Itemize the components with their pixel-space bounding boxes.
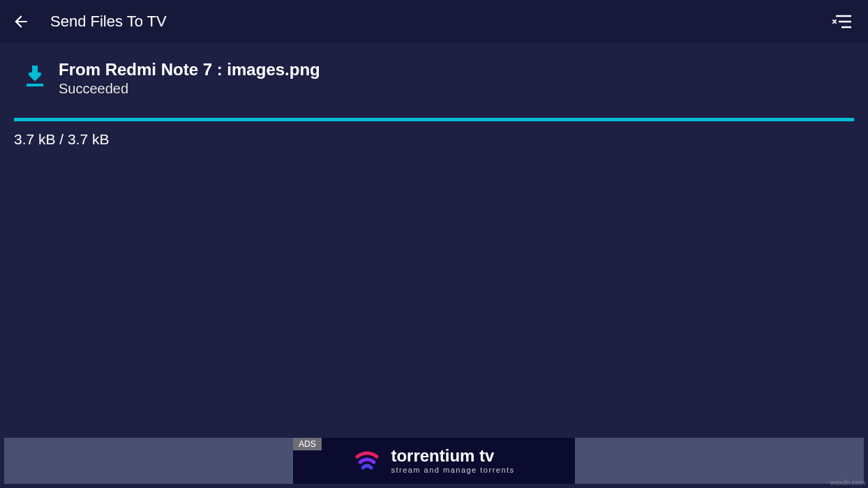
transfer-status: Succeeded xyxy=(59,81,854,97)
back-arrow-icon[interactable] xyxy=(11,12,31,31)
clear-list-icon[interactable] xyxy=(832,11,853,32)
svg-rect-4 xyxy=(32,66,38,75)
ad-logo-icon xyxy=(353,447,381,475)
watermark: wsxdn.com xyxy=(830,479,865,487)
app-header: Send Files To TV xyxy=(0,0,868,43)
download-icon xyxy=(25,64,45,88)
transfer-item[interactable]: From Redmi Note 7 : images.png Succeeded xyxy=(0,43,868,97)
transfer-size: 3.7 kB / 3.7 kB xyxy=(0,121,868,148)
ad-content[interactable]: ADS torrentium tv stream and manage torr… xyxy=(293,438,575,484)
transfer-info: From Redmi Note 7 : images.png Succeeded xyxy=(59,60,854,97)
ad-tagline: stream and manage torrents xyxy=(391,466,514,474)
ad-banner[interactable]: ADS torrentium tv stream and manage torr… xyxy=(4,438,864,484)
app-title: Send Files To TV xyxy=(50,13,167,31)
transfer-title: From Redmi Note 7 : images.png xyxy=(59,60,854,79)
header-left: Send Files To TV xyxy=(11,12,167,31)
ad-text: torrentium tv stream and manage torrents xyxy=(391,448,514,474)
ads-label: ADS xyxy=(293,438,322,450)
ad-brand: torrentium tv xyxy=(391,448,514,464)
